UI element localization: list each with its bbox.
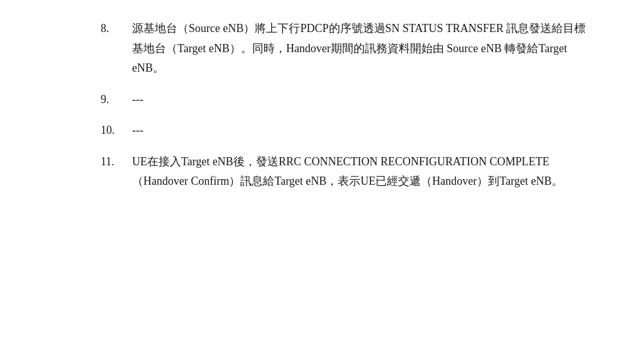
list-item: 10.---	[101, 121, 594, 141]
numbered-list: 8.源基地台（Source eNB）將上下行PDCP的序號透過SN STATUS…	[101, 19, 594, 192]
list-item: 9.---	[101, 90, 594, 110]
item-text: 源基地台（Source eNB）將上下行PDCP的序號透過SN STATUS T…	[132, 19, 594, 79]
item-number: 9.	[101, 90, 132, 109]
item-number: 11.	[101, 152, 132, 172]
list-item: 8.源基地台（Source eNB）將上下行PDCP的序號透過SN STATUS…	[101, 19, 594, 79]
item-text: ---	[132, 90, 143, 110]
item-number: 10.	[101, 121, 132, 140]
item-text: UE在接入Target eNB後，發送RRC CONNECTION RECONF…	[132, 152, 594, 192]
item-number: 8.	[101, 19, 132, 38]
list-item: 11.UE在接入Target eNB後，發送RRC CONNECTION REC…	[101, 152, 594, 192]
main-content: 8.源基地台（Source eNB）將上下行PDCP的序號透過SN STATUS…	[0, 0, 644, 222]
item-text: ---	[132, 121, 143, 141]
